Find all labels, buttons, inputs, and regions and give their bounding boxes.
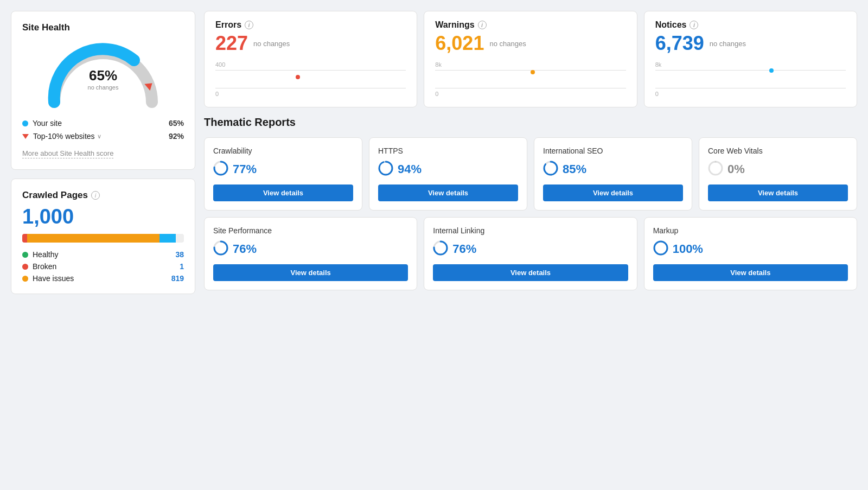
report-score-4: 76%	[233, 242, 257, 256]
notices-number: 6,739	[655, 32, 704, 55]
warnings-header: Warnings i	[435, 20, 626, 30]
gauge-sub: no changes	[88, 84, 119, 90]
errors-info-icon[interactable]: i	[245, 21, 253, 29]
report-circle-icon-1	[378, 161, 393, 178]
notices-no-changes: no changes	[710, 40, 746, 48]
warnings-number-row: 6,021 no changes	[435, 32, 626, 55]
broken-bar	[22, 234, 27, 243]
report-score-row-1: 94%	[378, 161, 518, 178]
report-card-2: International SEO 85% View details	[534, 137, 692, 211]
report-card-0: Crawlability 77% View details	[204, 137, 362, 211]
warnings-number: 6,021	[435, 32, 484, 55]
right-column: Errors i 227 no changes 400 0 W	[204, 11, 857, 294]
errors-chart-dot	[296, 75, 300, 79]
report-name-5: Internal Linking	[433, 226, 628, 235]
notices-chart: 8k 0	[655, 60, 846, 98]
thematic-reports-section: Thematic Reports Crawlability 77% View d…	[204, 116, 857, 290]
report-score-row-6: 100%	[653, 240, 848, 258]
warnings-chart-dot	[531, 70, 535, 74]
report-circle-icon-2	[543, 161, 558, 178]
reports-bottom-grid: Site Performance 76% View details Intern…	[204, 217, 857, 290]
report-name-1: HTTPS	[378, 147, 518, 155]
notices-title: Notices	[655, 20, 687, 30]
errors-chart-top-line	[215, 70, 406, 71]
view-details-btn-3[interactable]: View details	[708, 184, 848, 201]
view-details-btn-0[interactable]: View details	[213, 184, 353, 201]
healthy-label: Healthy	[33, 250, 58, 259]
left-column: Site Health 65% no changes	[11, 11, 195, 294]
svg-point-4	[379, 162, 392, 175]
notices-info-icon[interactable]: i	[690, 21, 698, 29]
issues-val: 819	[171, 274, 184, 283]
report-card-4: Site Performance 76% View details	[204, 217, 417, 290]
more-about-score-link[interactable]: More about Site Health score	[22, 149, 113, 158]
warnings-chart-bottom-label: 0	[435, 91, 438, 97]
errors-card: Errors i 227 no changes 400 0	[204, 11, 417, 107]
report-card-1: HTTPS 94% View details	[369, 137, 527, 211]
errors-chart-bottom-line	[215, 88, 406, 88]
notices-number-row: 6,739 no changes	[655, 32, 846, 55]
report-score-row-2: 85%	[543, 161, 683, 178]
errors-number: 227	[215, 32, 248, 55]
crawled-pages-card: Crawled Pages i 1,000 Healthy 38	[11, 179, 195, 294]
site-legend: Your site 65% Top-10% websites ∨ 92%	[22, 119, 184, 141]
dashboard: Site Health 65% no changes	[11, 11, 857, 294]
view-details-btn-6[interactable]: View details	[653, 264, 848, 281]
notices-chart-dot	[769, 68, 774, 73]
errors-chart: 400 0	[215, 60, 406, 98]
your-site-label: Your site	[33, 119, 62, 128]
metrics-row: Errors i 227 no changes 400 0 W	[204, 11, 857, 107]
report-card-5: Internal Linking 76% View details	[424, 217, 637, 290]
errors-header: Errors i	[215, 20, 406, 30]
crawled-pages-title: Crawled Pages	[22, 190, 88, 201]
gauge-percent: 65%	[88, 67, 119, 84]
broken-val: 1	[180, 262, 184, 271]
report-name-2: International SEO	[543, 147, 683, 155]
svg-point-6	[544, 162, 557, 175]
notices-card: Notices i 6,739 no changes 8k 0	[644, 11, 857, 107]
top-sites-val: 92%	[169, 132, 184, 141]
warnings-title: Warnings	[435, 20, 474, 30]
report-score-3: 0%	[727, 162, 745, 176]
view-details-btn-1[interactable]: View details	[378, 184, 518, 201]
report-card-3: Core Web Vitals 0% View details	[699, 137, 857, 211]
crawl-legend: Healthy 38 Broken 1 Have issues	[22, 250, 184, 283]
report-score-6: 100%	[673, 242, 703, 256]
svg-point-7	[709, 162, 722, 175]
thematic-reports-title: Thematic Reports	[204, 116, 857, 129]
notices-chart-top-label: 8k	[655, 61, 662, 68]
healthy-dot	[22, 252, 28, 258]
report-name-3: Core Web Vitals	[708, 147, 848, 155]
report-score-row-5: 76%	[433, 240, 628, 258]
view-details-btn-5[interactable]: View details	[433, 264, 628, 281]
notices-chart-top-line	[655, 70, 846, 71]
healthy-bar	[159, 234, 176, 243]
notices-chart-bottom-line	[655, 88, 846, 88]
issues-row: Have issues 819	[22, 274, 184, 283]
svg-point-14	[654, 241, 667, 254]
warnings-chart-top-label: 8k	[435, 61, 442, 68]
top-sites-chevron-icon: ∨	[97, 133, 101, 140]
errors-no-changes: no changes	[253, 40, 290, 48]
warnings-info-icon[interactable]: i	[478, 21, 487, 29]
report-card-6: Markup 100% View details	[644, 217, 857, 290]
reports-top-grid: Crawlability 77% View details HTTPS 94% …	[204, 137, 857, 211]
gauge-container: 65% no changes	[22, 40, 184, 110]
report-score-row-4: 76%	[213, 240, 408, 258]
view-details-btn-4[interactable]: View details	[213, 264, 408, 281]
report-score-1: 94%	[398, 162, 422, 176]
issues-bar	[27, 234, 159, 243]
warnings-card: Warnings i 6,021 no changes 8k 0	[424, 11, 637, 107]
warnings-no-changes: no changes	[489, 40, 526, 48]
broken-row: Broken 1	[22, 262, 184, 271]
progress-bar	[22, 234, 184, 243]
report-name-0: Crawlability	[213, 147, 353, 155]
healthy-row: Healthy 38	[22, 250, 184, 259]
report-circle-icon-0	[213, 161, 228, 178]
crawled-pages-info-icon[interactable]: i	[91, 191, 100, 200]
issues-dot	[22, 276, 28, 282]
view-details-btn-2[interactable]: View details	[543, 184, 683, 201]
site-health-title: Site Health	[22, 22, 184, 33]
report-circle-icon-6	[653, 240, 668, 258]
top-sites-row: Top-10% websites ∨ 92%	[22, 132, 184, 141]
